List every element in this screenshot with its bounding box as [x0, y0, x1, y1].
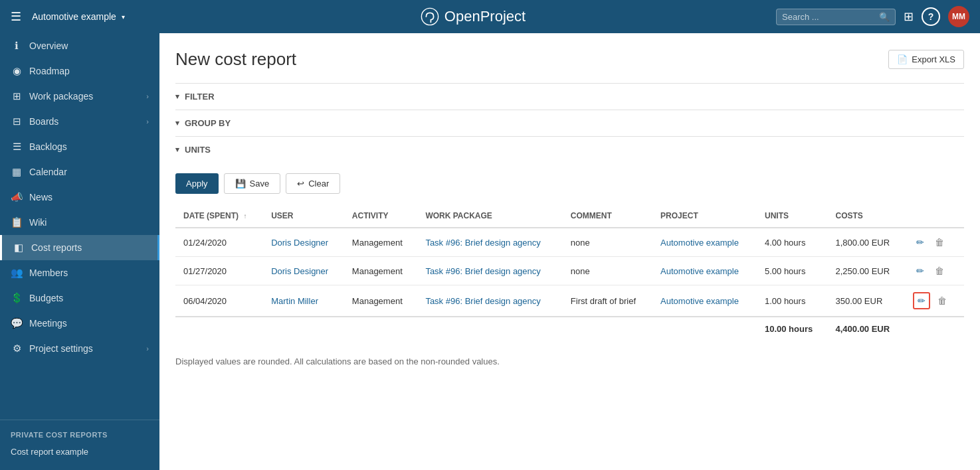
sidebar-item-members[interactable]: 👥 Members — [0, 260, 159, 285]
sidebar-item-overview[interactable]: ℹ Overview — [0, 33, 159, 58]
sidebar-item-wiki[interactable]: 📋 Wiki — [0, 210, 159, 235]
sidebar-item-calendar[interactable]: ▦ Calendar — [0, 159, 159, 185]
content-inner: New cost report 📄 Export XLS ▾ FILTER ▾ … — [159, 33, 980, 382]
group-by-section[interactable]: ▾ GROUP BY — [175, 110, 964, 136]
filter-chevron-icon: ▾ — [175, 92, 179, 101]
action-buttons: Apply 💾 Save ↩ Clear — [175, 173, 964, 194]
sidebar-item-news[interactable]: 📣 News — [0, 185, 159, 210]
cell-work-package-link[interactable]: Task #96: Brief design agency — [425, 238, 540, 248]
col-actions — [905, 204, 964, 228]
sidebar-item-project-settings[interactable]: ⚙ Project settings › — [0, 336, 159, 361]
avatar[interactable]: MM — [948, 6, 969, 27]
cell-work-package[interactable]: Task #96: Brief design agency — [417, 285, 562, 317]
cell-date: 01/24/2020 — [175, 228, 263, 257]
project-name[interactable]: Automotive example — [32, 11, 116, 22]
cell-actions: ✏🗑 — [905, 285, 964, 317]
sidebar-item-boards[interactable]: ⊟ Boards › — [0, 109, 159, 134]
delete-row-button[interactable]: 🗑 — [931, 264, 947, 278]
wiki-icon: 📋 — [11, 216, 23, 228]
col-comment: COMMENT — [563, 204, 652, 228]
cell-units: 5.00 hours — [757, 257, 828, 285]
clear-button[interactable]: ↩ Clear — [286, 173, 340, 194]
svg-point-0 — [421, 8, 438, 25]
units-section[interactable]: ▾ UNITS — [175, 136, 964, 163]
cell-project-link[interactable]: Automotive example — [660, 238, 739, 248]
cell-user[interactable]: Doris Designer — [263, 257, 344, 285]
cost-report-table: DATE (SPENT) ↑ USER ACTIVITY WORK PACKAG… — [175, 204, 964, 341]
cell-user[interactable]: Doris Designer — [263, 228, 344, 257]
sidebar-item-label: Overview — [29, 40, 149, 51]
sidebar-item-label: Cost reports — [31, 242, 149, 253]
hamburger-menu-icon[interactable]: ☰ — [11, 9, 21, 24]
cell-date: 06/04/2020 — [175, 285, 263, 317]
sidebar-item-label: Wiki — [29, 217, 149, 228]
cell-units: 4.00 hours — [757, 228, 828, 257]
cell-user-link[interactable]: Doris Designer — [271, 266, 328, 276]
export-xls-button[interactable]: 📄 Export XLS — [888, 50, 964, 69]
meetings-icon: 💬 — [11, 317, 23, 329]
col-activity: ACTIVITY — [344, 204, 418, 228]
units-label: UNITS — [185, 145, 211, 155]
col-units: UNITS — [757, 204, 828, 228]
cell-work-package-link[interactable]: Task #96: Brief design agency — [425, 296, 540, 306]
sidebar-item-backlogs[interactable]: ☰ Backlogs — [0, 134, 159, 159]
cell-work-package[interactable]: Task #96: Brief design agency — [417, 257, 562, 285]
sidebar-item-label: Boards — [29, 116, 140, 127]
search-input[interactable] — [782, 12, 875, 22]
logo-text: OpenProject — [444, 8, 526, 25]
help-icon[interactable]: ? — [922, 7, 940, 26]
cost-report-example-link[interactable]: Cost report example — [11, 444, 149, 459]
edit-row-button[interactable]: ✏ — [913, 264, 928, 278]
page-header: New cost report 📄 Export XLS — [175, 49, 964, 70]
sidebar-item-roadmap[interactable]: ◉ Roadmap — [0, 58, 159, 84]
cell-activity: Management — [344, 257, 418, 285]
total-units: 10.00 hours — [757, 317, 828, 341]
sidebar-item-meetings[interactable]: 💬 Meetings — [0, 311, 159, 336]
sidebar-item-cost-reports[interactable]: ◧ Cost reports — [0, 235, 159, 260]
cell-user-link[interactable]: Doris Designer — [271, 238, 328, 248]
sidebar-item-label: Backlogs — [29, 141, 149, 152]
cell-project-link[interactable]: Automotive example — [660, 296, 739, 306]
clear-icon: ↩ — [297, 179, 304, 189]
save-button[interactable]: 💾 Save — [224, 173, 281, 194]
apply-button[interactable]: Apply — [175, 173, 219, 194]
filter-section[interactable]: ▾ FILTER — [175, 83, 964, 110]
cell-date: 01/27/2020 — [175, 257, 263, 285]
nav-right: 🔍 ⊞ ? MM — [776, 6, 969, 27]
sidebar-item-label: Roadmap — [29, 66, 149, 76]
filter-label: FILTER — [185, 92, 215, 102]
search-box[interactable]: 🔍 — [776, 9, 896, 25]
sidebar-item-work-packages[interactable]: ⊞ Work packages › — [0, 84, 159, 109]
export-icon: 📄 — [897, 54, 908, 64]
cell-project[interactable]: Automotive example — [652, 228, 757, 257]
save-label: Save — [250, 179, 270, 189]
cell-project-link[interactable]: Automotive example — [660, 266, 739, 276]
members-icon: 👥 — [11, 267, 23, 279]
export-label: Export XLS — [912, 54, 955, 64]
edit-row-button[interactable]: ✏ — [913, 235, 928, 250]
cell-user[interactable]: Martin Miller — [263, 285, 344, 317]
cell-work-package-link[interactable]: Task #96: Brief design agency — [425, 266, 540, 276]
page-title: New cost report — [175, 49, 296, 70]
edit-row-button[interactable]: ✏ — [913, 292, 930, 309]
cell-units: 1.00 hours — [757, 285, 828, 317]
delete-row-button[interactable]: 🗑 — [934, 293, 950, 308]
cell-project[interactable]: Automotive example — [652, 285, 757, 317]
chevron-right-icon: › — [146, 118, 149, 125]
chevron-right-icon: › — [146, 92, 149, 100]
cell-user-link[interactable]: Martin Miller — [271, 296, 318, 306]
delete-row-button[interactable]: 🗑 — [931, 235, 947, 250]
col-date[interactable]: DATE (SPENT) ↑ — [175, 204, 263, 228]
cell-costs: 1,800.00 EUR — [827, 228, 905, 257]
table-row: 01/24/2020Doris DesignerManagementTask #… — [175, 228, 964, 257]
units-chevron-icon: ▾ — [175, 145, 179, 154]
sidebar-item-budgets[interactable]: 💲 Budgets — [0, 285, 159, 311]
cell-project[interactable]: Automotive example — [652, 257, 757, 285]
private-cost-reports-section: PRIVATE COST REPORTS Cost report example — [0, 420, 159, 470]
groupby-chevron-icon: ▾ — [175, 119, 179, 127]
apps-grid-icon[interactable]: ⊞ — [904, 9, 914, 24]
cell-work-package[interactable]: Task #96: Brief design agency — [417, 228, 562, 257]
work-packages-icon: ⊞ — [11, 90, 23, 102]
news-icon: 📣 — [11, 191, 23, 203]
project-dropdown-icon[interactable]: ▾ — [122, 13, 125, 21]
